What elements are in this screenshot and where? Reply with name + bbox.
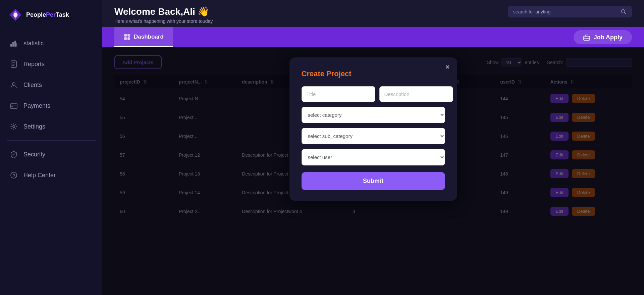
header-text: Welcome Back,Ali 👋 Here's what's happeni… [114,6,213,24]
main-area: Welcome Back,Ali 👋 Here's what's happeni… [102,0,644,295]
search-icon [621,9,627,15]
svg-line-19 [625,12,626,14]
sidebar-item-statistic[interactable]: statistic [0,33,102,54]
svg-rect-22 [124,37,127,40]
svg-rect-14 [11,106,13,107]
job-apply-button[interactable]: Job Apply [574,30,632,44]
sidebar-nav: statistic Reports Clients [0,30,102,295]
svg-rect-21 [127,34,130,37]
modal-title-input[interactable] [302,86,375,102]
svg-rect-20 [124,34,127,37]
topbar: Welcome Back,Ali 👋 Here's what's happeni… [102,0,644,27]
search-input[interactable] [513,9,618,14]
sidebar: PeoplePerTask statistic [0,0,102,295]
sidebar-item-security[interactable]: Security [0,144,102,165]
tab-dashboard[interactable]: Dashboard [114,27,173,47]
svg-rect-2 [14,13,17,17]
welcome-subtitle: Here's what's happening with your store … [114,18,213,24]
logo-area: PeoplePerTask [0,0,102,30]
modal-submit-button[interactable]: Submit [302,172,445,190]
user-icon [9,81,18,89]
modal-close-button[interactable]: × [445,63,450,71]
modal-title: Create Project [302,69,445,78]
logo-text: PeoplePerTask [26,11,69,18]
briefcase-icon [583,34,590,41]
svg-rect-5 [14,41,16,47]
modal-title-desc-row [302,86,445,102]
modal-category-select[interactable]: select category [302,107,445,123]
sidebar-divider [7,140,96,141]
svg-rect-3 [10,44,12,47]
welcome-title: Welcome Back,Ali 👋 [114,6,213,17]
sidebar-item-help[interactable]: ? Help Center [0,165,102,186]
logo-icon [8,7,23,22]
sidebar-item-settings[interactable]: Settings [0,116,102,137]
modal-overlay: Create Project × select category select … [102,47,644,295]
svg-point-11 [12,83,15,85]
sidebar-item-reports[interactable]: Reports [0,54,102,75]
sidebar-item-label: Security [23,151,45,158]
dashboard-icon [124,34,130,40]
svg-rect-6 [16,43,17,47]
sidebar-item-clients[interactable]: Clients [0,75,102,95]
sidebar-item-label: Settings [23,123,45,130]
tab-dashboard-label: Dashboard [134,34,164,40]
job-apply-label: Job Apply [594,34,623,41]
create-project-modal: Create Project × select category select … [289,57,457,201]
sidebar-item-label: Help Center [23,172,56,179]
sidebar-item-payments[interactable]: Payments [0,95,102,116]
search-bar[interactable] [508,6,632,17]
content-area: Add Projects Show 10 25 50 100 entries S… [102,47,644,295]
tabbar: Dashboard Job Apply [102,27,644,47]
sidebar-item-label: Reports [23,61,45,68]
topbar-right [508,6,632,17]
sidebar-item-label: Payments [23,102,50,109]
modal-user-select[interactable]: select user [302,149,445,165]
sidebar-item-label: Clients [23,82,42,89]
report-icon [9,60,18,68]
svg-text:?: ? [13,173,15,178]
modal-description-input[interactable] [379,86,453,102]
sidebar-item-label: statistic [23,40,44,47]
bar-chart-icon [9,39,18,48]
card-icon [9,101,18,110]
svg-rect-23 [127,37,130,40]
modal-subcategory-select[interactable]: select sub_category [302,128,445,144]
gear-icon [9,122,18,131]
svg-rect-4 [12,42,14,47]
svg-rect-12 [10,104,17,108]
tab-left: Dashboard [114,27,173,47]
svg-point-15 [13,126,15,128]
shield-icon [9,150,18,159]
help-icon: ? [9,171,18,180]
